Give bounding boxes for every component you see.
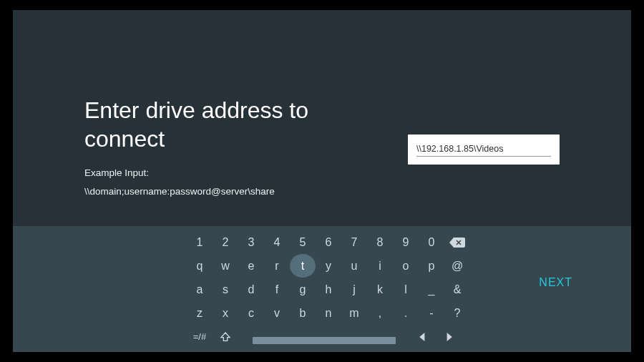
key-x[interactable]: x: [213, 301, 238, 325]
page-title: Enter drive address to connect: [84, 96, 321, 153]
key-0[interactable]: 0: [419, 230, 444, 254]
key-.[interactable]: .: [393, 301, 419, 325]
key-,[interactable]: ,: [367, 301, 393, 325]
key-u[interactable]: u: [341, 254, 367, 278]
key-c[interactable]: c: [238, 301, 264, 325]
key-i[interactable]: i: [367, 254, 393, 278]
key-r[interactable]: r: [264, 254, 290, 278]
space-key[interactable]: [253, 337, 396, 344]
key-_[interactable]: _: [419, 278, 444, 301]
key-9[interactable]: 9: [393, 230, 419, 254]
key-1[interactable]: 1: [187, 230, 213, 254]
key-y[interactable]: y: [316, 254, 341, 278]
key-&[interactable]: &: [444, 278, 470, 301]
key-p[interactable]: p: [419, 254, 444, 278]
keyboard-row-bottom: =/#: [187, 325, 462, 348]
key-t[interactable]: t: [290, 254, 316, 278]
example-input-value: \\domain;username:password@server\share: [84, 186, 275, 197]
key-f[interactable]: f: [264, 278, 290, 301]
key-b[interactable]: b: [290, 301, 316, 325]
key-g[interactable]: g: [290, 278, 316, 301]
caret-right-icon: [444, 333, 453, 341]
key-j[interactable]: j: [341, 278, 367, 301]
next-button[interactable]: NEXT: [539, 276, 572, 289]
address-input-container[interactable]: [408, 134, 560, 165]
backspace-icon: [449, 238, 465, 248]
key-s[interactable]: s: [213, 278, 238, 301]
key-5[interactable]: 5: [290, 230, 316, 254]
screen: Enter drive address to connect Example I…: [13, 10, 631, 352]
upper-pane: Enter drive address to connect Example I…: [13, 10, 631, 226]
key-6[interactable]: 6: [316, 230, 341, 254]
key-7[interactable]: 7: [341, 230, 367, 254]
keyboard-row-1: 1234567890: [187, 230, 470, 254]
key--[interactable]: -: [419, 301, 444, 325]
key-k[interactable]: k: [367, 278, 393, 301]
key-n[interactable]: n: [316, 301, 341, 325]
onscreen-keyboard: 1234567890 qwertyuiop@ asdfghjkl_& zxcvb…: [13, 226, 631, 352]
cursor-right-key[interactable]: [436, 325, 462, 348]
keyboard-row-3: asdfghjkl_&: [187, 278, 470, 301]
key-h[interactable]: h: [316, 278, 341, 301]
cursor-left-key[interactable]: [410, 325, 436, 348]
keyboard-keys: 1234567890 qwertyuiop@ asdfghjkl_& zxcvb…: [187, 230, 470, 325]
symbols-key[interactable]: =/#: [187, 325, 213, 348]
example-input-label: Example Input:: [84, 167, 149, 178]
key-o[interactable]: o: [393, 254, 419, 278]
key-l[interactable]: l: [393, 278, 419, 301]
key-2[interactable]: 2: [213, 230, 238, 254]
drive-address-input[interactable]: [416, 144, 551, 157]
key-q[interactable]: q: [187, 254, 213, 278]
key-z[interactable]: z: [187, 301, 213, 325]
key-w[interactable]: w: [213, 254, 238, 278]
key-8[interactable]: 8: [367, 230, 393, 254]
key-4[interactable]: 4: [264, 230, 290, 254]
key-m[interactable]: m: [341, 301, 367, 325]
keyboard-row-4: zxcvbnm,.-?: [187, 301, 470, 325]
keyboard-row-2: qwertyuiop@: [187, 254, 470, 278]
shift-icon: [220, 331, 231, 343]
caret-left-icon: [419, 333, 427, 341]
backspace-key[interactable]: [444, 230, 470, 254]
key-e[interactable]: e: [238, 254, 264, 278]
key-3[interactable]: 3: [238, 230, 264, 254]
key-@[interactable]: @: [444, 254, 470, 278]
key-d[interactable]: d: [238, 278, 264, 301]
key-v[interactable]: v: [264, 301, 290, 325]
key-a[interactable]: a: [187, 278, 213, 301]
shift-key[interactable]: [213, 325, 238, 348]
key-?[interactable]: ?: [444, 301, 470, 325]
